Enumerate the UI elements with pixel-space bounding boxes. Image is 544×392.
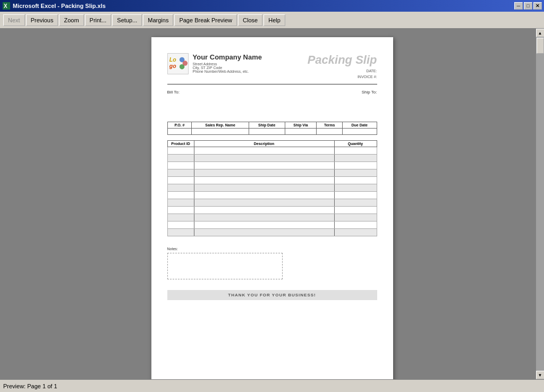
bill-to-label: Bill To: [167,90,180,95]
window-title: Microsoft Excel - Packing Slip.xls [13,3,514,9]
minimize-button[interactable]: ─ [514,2,523,10]
order-table-header-row: P.O. # Sales Rep. Name Ship Date Ship Vi… [167,122,377,129]
col-due-date: Due Date [342,122,377,129]
setup-button[interactable]: Setup... [112,14,142,26]
company-name: Your Company Name [193,53,262,61]
ship-date-value [249,129,285,135]
header-right: Packing Slip DATE: INVOICE #: [308,53,377,79]
col-quantity: Quantity [334,141,377,147]
window-controls: ─ □ ✕ [514,2,542,10]
help-button[interactable]: Help [264,14,285,26]
address-line3: Phone Number/Web Address, etc. [193,70,262,73]
title-bar: X Microsoft Excel - Packing Slip.xls ─ □… [0,0,544,12]
item-row [167,184,377,192]
margins-button[interactable]: Margins [143,14,173,26]
app-icon: X [2,2,11,10]
invoice-label: INVOICE #: [308,75,377,79]
items-header-row: Product ID Description Quantity [167,141,377,147]
sales-rep-value [192,129,249,135]
status-bar: Preview: Page 1 of 1 [0,379,544,392]
col-terms: Terms [317,122,342,129]
order-table-row [167,129,377,135]
address-line2: City, ST ZIP Code [193,66,262,70]
notes-box[interactable] [167,253,283,279]
notes-label: Notes: [167,247,377,251]
ship-via-value [285,129,317,135]
po-value [167,129,192,135]
close-button[interactable]: ✕ [533,2,542,10]
item-row [167,199,377,207]
previous-button[interactable]: Previous [26,14,58,26]
svg-text:Lo: Lo [169,57,176,63]
col-ship-via: Ship Via [285,122,317,129]
order-table: P.O. # Sales Rep. Name Ship Date Ship Vi… [167,122,377,135]
status-text: Preview: Page 1 of 1 [3,383,57,389]
item-row [167,169,377,177]
logo-box: Lo go [167,53,189,74]
document-page: Lo go Your Company Name Street Address C… [151,37,393,379]
svg-text:go: go [168,63,176,69]
page-break-preview-button[interactable]: Page Break Preview [174,14,237,26]
ship-to: Ship To: [362,90,377,116]
item-row [167,162,377,169]
due-date-value [342,129,377,135]
company-info: Lo go Your Company Name Street Address C… [167,53,262,74]
page-header: Lo go Your Company Name Street Address C… [167,53,377,84]
item-row [167,155,377,162]
svg-point-7 [182,61,188,66]
next-button[interactable]: Next [3,14,25,26]
logo-svg: Lo go [168,53,188,74]
close-button[interactable]: Close [238,14,262,26]
svg-text:X: X [4,3,7,9]
toolbar: Next Previous Zoom Print... Setup... Mar… [0,12,544,29]
ship-to-label: Ship To: [362,90,377,95]
item-row [167,214,377,221]
col-sales-rep: Sales Rep. Name [192,122,249,129]
document-title: Packing Slip [308,53,377,67]
bill-ship-section: Bill To: Ship To: [167,90,377,116]
item-row [167,177,377,184]
print-button[interactable]: Print... [85,14,112,26]
preview-area: Lo go Your Company Name Street Address C… [0,29,544,379]
scroll-track[interactable] [536,37,545,371]
page-footer: THANK YOU FOR YOUR BUSINESS! [167,290,377,300]
item-row [167,192,377,199]
bill-to: Bill To: [167,90,180,116]
col-ship-date: Ship Date [249,122,285,129]
vertical-scrollbar[interactable]: ▲ ▼ [536,29,544,379]
terms-value [317,129,342,135]
item-row [167,147,377,155]
maximize-button[interactable]: □ [524,2,532,10]
company-text: Your Company Name Street Address City, S… [193,53,262,73]
scroll-thumb[interactable] [537,38,544,54]
col-po: P.O. # [167,122,192,129]
scroll-down-button[interactable]: ▼ [536,371,545,379]
zoom-button[interactable]: Zoom [59,14,83,26]
address-line1: Street Address [193,62,262,66]
col-product-id: Product ID [167,141,194,147]
item-row [167,229,377,236]
col-description: Description [194,141,334,147]
item-row [167,221,377,229]
items-table: Product ID Description Quantity [167,140,377,236]
item-row [167,207,377,214]
scroll-up-button[interactable]: ▲ [536,29,545,37]
date-label: DATE: [308,69,377,73]
notes-section: Notes: [167,247,377,279]
